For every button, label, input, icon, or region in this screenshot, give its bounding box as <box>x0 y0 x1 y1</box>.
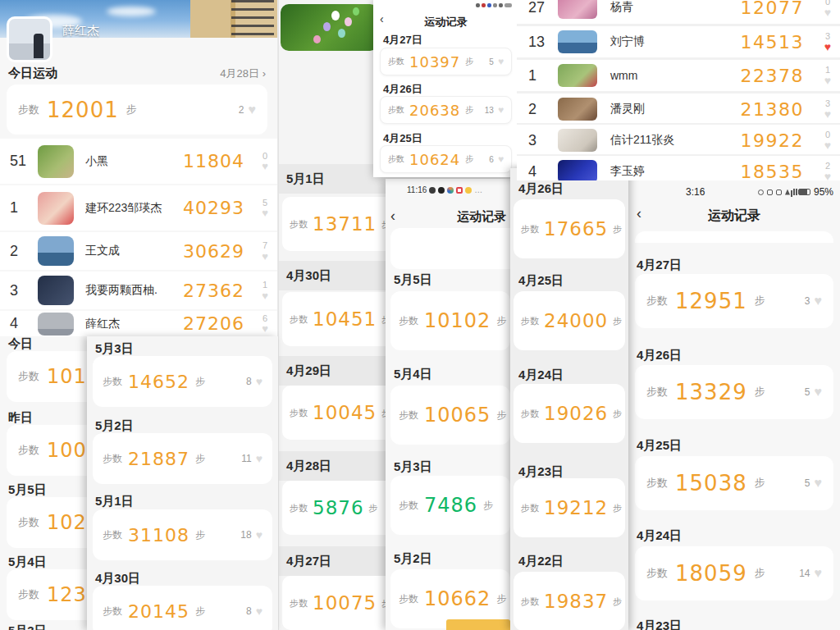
heart-icon[interactable]: ♥ <box>815 477 823 490</box>
heart-icon[interactable]: ♥ <box>262 161 268 171</box>
app-icon <box>438 187 445 194</box>
heart-icon[interactable]: ♥ <box>824 171 831 180</box>
steps-label: 步数 <box>646 566 668 581</box>
heart-icon-liked[interactable]: ♥ <box>824 41 831 52</box>
steps-label: 步数 <box>290 407 308 419</box>
user-name: 刘宁博 <box>610 34 741 49</box>
steps-label: 步数 <box>646 476 668 491</box>
like-count: 8 <box>246 605 252 617</box>
steps-value: 21887 <box>128 449 189 469</box>
steps-card: 步数 10065 步 <box>390 386 510 445</box>
heart-icon[interactable]: ♥ <box>262 323 268 334</box>
steps-label: 步数 <box>521 596 539 608</box>
steps-label: 步数 <box>646 294 668 308</box>
steps-value: 40293 <box>183 198 244 218</box>
heart-icon[interactable]: ♥ <box>824 7 831 18</box>
flower <box>345 17 352 26</box>
date-label: 昨日 <box>8 410 33 426</box>
date-label: 5月5日 <box>8 482 47 498</box>
heart-icon[interactable]: ♥ <box>498 57 504 66</box>
steps-label: 步数 <box>18 369 39 384</box>
unit-label: 步 <box>755 476 765 491</box>
heart-icon[interactable]: ♥ <box>262 251 268 262</box>
steps-card: 步数 31108 步 18♥ <box>93 509 272 560</box>
steps-value: 20638 <box>409 102 460 119</box>
heart-icon[interactable]: ♥ <box>256 605 262 617</box>
steps-card: 步数 5876 步 <box>282 481 386 535</box>
records-panel-col5: 4月26日 步数 17665 步 4月25日 步数 24000 步 4月24日 … <box>510 168 628 630</box>
ranking-row[interactable]: 3 我要两颗西柚. 27362 1♥ <box>0 272 277 309</box>
steps-card: 步数 15038 步 5♥ <box>635 456 833 510</box>
date-label: 5月2日 <box>95 418 134 434</box>
heart-icon[interactable]: ♥ <box>262 290 268 301</box>
avatar <box>558 129 597 152</box>
rank-number: 27 <box>528 0 558 16</box>
steps-label: 步数 <box>103 452 122 466</box>
building-photo <box>190 0 277 38</box>
leaderboard-row[interactable]: 1 wmm 22378 1♥ <box>517 60 840 91</box>
date-label: 今日 <box>8 336 33 352</box>
steps-label: 步数 <box>290 313 308 326</box>
heart-icon[interactable]: ♥ <box>815 386 823 399</box>
heart-icon[interactable]: ♥ <box>498 154 504 164</box>
user-name: 李玉婷 <box>610 164 741 179</box>
date-label: 5月1日 <box>95 494 134 509</box>
steps-value: 19212 <box>544 497 608 518</box>
leaderboard-row[interactable]: 13 刘宁博 14513 3♥ <box>517 26 840 57</box>
avatar <box>38 145 74 178</box>
profile-avatar[interactable] <box>7 16 52 62</box>
rank-number: 13 <box>528 34 558 51</box>
unit-label: 步 <box>195 528 205 542</box>
like-count: 11 <box>241 453 251 464</box>
date-label: 4月30日 <box>95 571 140 587</box>
like-count: 7 <box>262 240 267 250</box>
unit-label: 步 <box>496 409 506 422</box>
back-button[interactable]: ‹ <box>390 208 395 223</box>
page-title: 运动记录 <box>373 15 518 30</box>
nfc-icon <box>767 189 773 195</box>
heart-icon[interactable]: ♥ <box>824 75 831 86</box>
partial-button <box>446 619 510 630</box>
heart-icon[interactable]: ♥ <box>256 529 262 541</box>
date-label: 5月1日 <box>279 164 386 194</box>
ranking-row[interactable]: 51 小黑 11804 0♥ <box>0 139 277 184</box>
steps-label: 步数 <box>521 502 539 514</box>
records-panel-col3: 5月1日 步数 13711 步 4月30日 步数 10451 步 4月29日 步… <box>278 0 386 630</box>
heart-icon[interactable]: ♥ <box>498 105 504 115</box>
date-text: 4月28日 <box>220 67 259 80</box>
heart-icon[interactable]: ♥ <box>815 567 823 580</box>
unit-label: 步 <box>613 223 622 235</box>
steps-value: 12371 <box>47 583 87 606</box>
ranking-row[interactable]: 4 薛红杰 27206 6♥ <box>0 311 277 336</box>
steps-value: 5876 <box>313 497 364 518</box>
heart-icon[interactable]: ♥ <box>256 376 262 387</box>
flower <box>331 11 340 21</box>
leaderboard-row[interactable]: 27 杨青 12077 0♥ <box>517 0 840 23</box>
heart-icon[interactable]: ♥ <box>824 139 831 151</box>
partial-card <box>635 231 833 243</box>
section-title: 今日运动 <box>8 66 57 81</box>
leaderboard-row[interactable]: 3 信计211张炎 19922 0♥ <box>517 125 840 156</box>
signal-icon <box>499 3 503 7</box>
battery-icon <box>798 189 810 195</box>
heart-icon[interactable]: ♥ <box>262 208 268 218</box>
leaderboard-row[interactable]: 2 潘灵刚 21380 3♥ <box>517 94 840 125</box>
ranking-row[interactable]: 1 建环223邹瑛杰 40293 5♥ <box>0 185 277 231</box>
avatar <box>558 0 597 19</box>
heart-icon[interactable]: ♥ <box>824 108 831 120</box>
eye-icon <box>758 189 764 195</box>
like-count: 6 <box>489 155 494 164</box>
steps-label: 步数 <box>18 587 39 602</box>
like-count: 3 <box>805 295 810 307</box>
like-count: 13 <box>485 106 494 115</box>
user-name: 薛红杰 <box>85 317 183 331</box>
leaderboard-row[interactable]: 4 李玉婷 18535 2♥ <box>517 156 840 180</box>
heart-icon[interactable]: ♥ <box>256 453 262 464</box>
heart-icon[interactable]: ♥ <box>249 103 257 116</box>
steps-label: 步数 <box>646 385 668 399</box>
heart-icon[interactable]: ♥ <box>815 294 823 308</box>
ranking-row[interactable]: 2 王文成 30629 7♥ <box>0 232 277 270</box>
steps-card: 步数 13329 步 5♥ <box>635 365 833 419</box>
date-link[interactable]: 4月28日 › <box>220 66 266 81</box>
date-label: 4月25日 <box>637 438 682 454</box>
